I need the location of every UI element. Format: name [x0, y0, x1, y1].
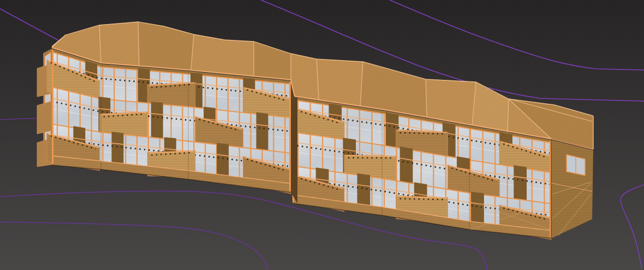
viewport-3d[interactable]	[0, 0, 644, 270]
seam-shadow-face	[291, 80, 297, 203]
wing-seam	[291, 80, 297, 203]
viewport-canvas[interactable]	[0, 0, 644, 270]
gable-balcony-end	[37, 101, 52, 134]
